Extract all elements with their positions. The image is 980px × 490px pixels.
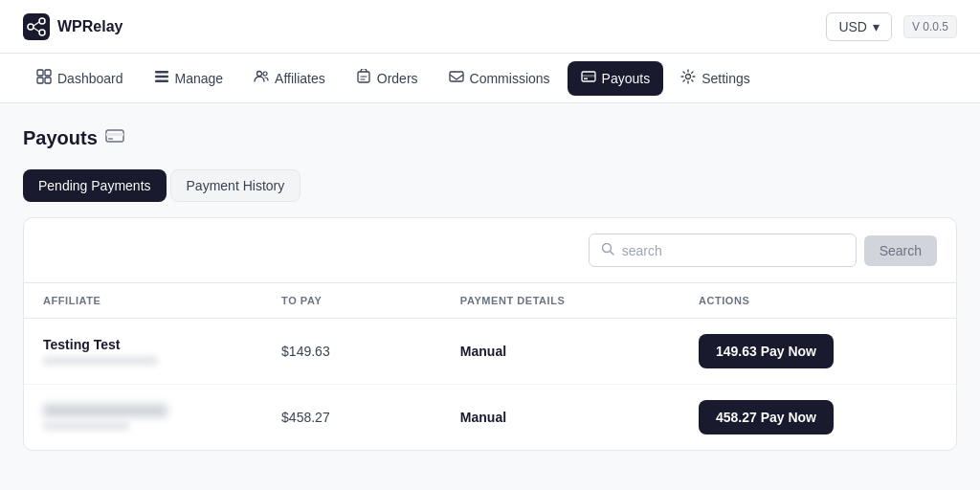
commissions-icon xyxy=(449,69,464,88)
svg-rect-11 xyxy=(155,75,168,78)
col-payment-details: PAYMENT DETAILS xyxy=(460,295,699,306)
search-input-wrapper xyxy=(589,234,857,267)
tab-pending-payments[interactable]: Pending Payments xyxy=(23,169,167,202)
svg-rect-19 xyxy=(584,78,588,79)
nav-label-commissions: Commissions xyxy=(470,71,550,86)
nav-label-settings: Settings xyxy=(702,71,750,86)
page-title-row: Payouts xyxy=(23,126,957,150)
svg-rect-7 xyxy=(45,70,51,76)
nav-item-commissions[interactable]: Commissions xyxy=(435,61,564,96)
svg-point-20 xyxy=(686,74,691,78)
affiliate-sub-2 xyxy=(43,421,129,431)
dashboard-icon xyxy=(36,69,52,88)
to-pay-2: $458.27 xyxy=(281,410,460,425)
actions-cell-2: 458.27 Pay Now xyxy=(699,400,937,434)
search-bar: Search xyxy=(24,218,956,283)
header-right: USD ▾ V 0.0.5 xyxy=(826,12,957,41)
svg-point-13 xyxy=(257,71,262,76)
affiliate-name-2-blurred xyxy=(43,404,167,417)
tabs-container: Pending Payments Payment History xyxy=(23,169,957,202)
svg-rect-6 xyxy=(37,70,43,76)
affiliate-cell-2 xyxy=(43,404,281,431)
actions-cell-1: 149.63 Pay Now xyxy=(699,334,937,368)
nav-item-dashboard[interactable]: Dashboard xyxy=(23,61,137,96)
chevron-down-icon: ▾ xyxy=(873,19,880,34)
page-title-text: Payouts xyxy=(23,127,98,149)
search-input[interactable] xyxy=(622,243,844,258)
affiliate-sub-1 xyxy=(43,356,158,366)
svg-rect-8 xyxy=(37,78,43,83)
table-header: AFFILIATE TO PAY PAYMENT DETAILS ACTIONS xyxy=(24,283,956,319)
pay-now-button-2[interactable]: 458.27 Pay Now xyxy=(699,400,834,434)
svg-rect-18 xyxy=(582,75,595,78)
version-badge: V 0.0.5 xyxy=(903,15,957,38)
settings-icon xyxy=(680,69,696,88)
currency-selector[interactable]: USD ▾ xyxy=(826,12,892,41)
currency-value: USD xyxy=(838,19,867,34)
tab-payment-history[interactable]: Payment History xyxy=(170,169,301,202)
main-nav: Dashboard Manage Affiliates Orders Commi… xyxy=(0,54,980,103)
nav-item-orders[interactable]: Orders xyxy=(343,61,432,96)
to-pay-1: $149.63 xyxy=(281,344,460,359)
nav-item-settings[interactable]: Settings xyxy=(667,61,764,96)
search-icon xyxy=(601,242,614,258)
orders-icon xyxy=(356,69,371,88)
svg-rect-22 xyxy=(106,133,123,136)
svg-rect-23 xyxy=(108,138,113,140)
nav-label-dashboard: Dashboard xyxy=(57,71,123,86)
table-row: $458.27 Manual 458.27 Pay Now xyxy=(24,385,956,450)
svg-rect-10 xyxy=(155,71,168,74)
manage-icon xyxy=(154,69,169,88)
table-row: Testing Test $149.63 Manual 149.63 Pay N… xyxy=(24,319,956,385)
affiliate-cell-1: Testing Test xyxy=(43,337,281,366)
col-to-pay: TO PAY xyxy=(281,295,460,306)
logo-text: WPRelay xyxy=(57,18,122,35)
main-content: Payouts Pending Payments Payment History… xyxy=(0,103,980,474)
nav-label-manage: Manage xyxy=(175,71,224,86)
nav-label-payouts: Payouts xyxy=(602,71,651,86)
payouts-title-icon xyxy=(105,126,124,150)
svg-point-14 xyxy=(263,72,267,76)
search-button[interactable]: Search xyxy=(864,235,937,266)
nav-item-affiliates[interactable]: Affiliates xyxy=(240,61,339,96)
svg-rect-12 xyxy=(155,79,168,82)
header: WPRelay USD ▾ V 0.0.5 xyxy=(0,0,980,54)
svg-line-25 xyxy=(610,252,613,256)
affiliate-name-1: Testing Test xyxy=(43,337,120,352)
svg-rect-0 xyxy=(23,13,50,40)
col-affiliate: AFFILIATE xyxy=(43,295,281,306)
payouts-card: Search AFFILIATE TO PAY PAYMENT DETAILS … xyxy=(23,217,957,451)
nav-item-manage[interactable]: Manage xyxy=(141,61,237,96)
nav-label-orders: Orders xyxy=(377,71,418,86)
payment-details-2: Manual xyxy=(460,410,699,425)
nav-item-payouts[interactable]: Payouts xyxy=(568,61,664,96)
col-actions: ACTIONS xyxy=(699,295,937,306)
affiliates-icon xyxy=(254,69,269,88)
payouts-icon xyxy=(581,69,596,88)
nav-label-affiliates: Affiliates xyxy=(275,71,325,86)
logo-icon xyxy=(23,13,50,40)
pay-now-button-1[interactable]: 149.63 Pay Now xyxy=(699,334,834,368)
payment-details-1: Manual xyxy=(460,344,699,359)
logo: WPRelay xyxy=(23,13,122,40)
svg-rect-9 xyxy=(45,78,51,83)
